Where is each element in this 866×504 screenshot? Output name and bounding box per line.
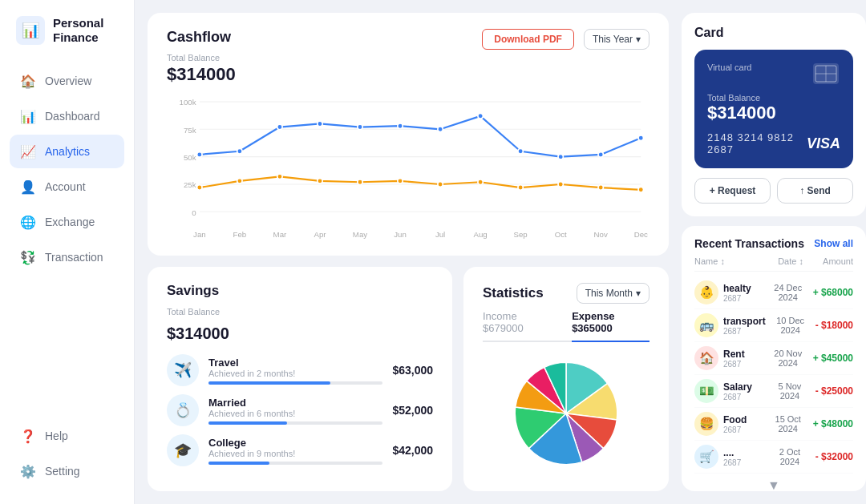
txn-name-5: .... xyxy=(723,447,764,458)
chevron-down-icon: ▾ xyxy=(636,288,641,299)
txn-id-4: 2687 xyxy=(723,425,763,434)
svg-text:Jul: Jul xyxy=(435,230,445,239)
txn-info-1: transport 2687 xyxy=(723,316,766,336)
sidebar-nav: 🏠 Overview📊 Dashboard📈 Analytics👤 Accoun… xyxy=(0,64,134,419)
txn-name-0: healty xyxy=(723,283,763,294)
svg-point-44 xyxy=(598,185,603,191)
svg-text:0: 0 xyxy=(192,208,196,217)
download-pdf-button[interactable]: Download PDF xyxy=(482,29,574,50)
sidebar-bottom: ❓ Help⚙️ Setting xyxy=(0,419,134,488)
card-brand: VISA xyxy=(807,135,840,152)
transactions-widget: Recent Transactions Show all Name ↕ Date… xyxy=(682,226,866,491)
top-row: Cashflow Download PDF This Year ▾ Total … xyxy=(148,13,669,256)
svg-point-40 xyxy=(438,182,443,187)
stats-header: Statistics This Month ▾ xyxy=(483,283,650,304)
transactions-header: Recent Transactions Show all xyxy=(694,237,853,250)
cashflow-chart: 025k50k75k100kJanFebMarAprMayJunJulAugSe… xyxy=(167,93,650,243)
txn-row-5[interactable]: 🛒 .... 2687 2 Oct 2024 - $32000 xyxy=(694,441,853,474)
svg-point-38 xyxy=(358,179,362,185)
sidebar-item-transaction[interactable]: 💱 Transaction xyxy=(10,240,124,274)
savings-progress-bar xyxy=(208,421,287,425)
savings-info-travel: Travel Achieved in 2 months! xyxy=(208,357,382,385)
sidebar-label-help: Help xyxy=(45,429,68,442)
send-button[interactable]: ↑ Send xyxy=(777,178,853,204)
sidebar-logo: 📊 PersonalFinance xyxy=(0,16,134,64)
txn-row-0[interactable]: 👶 healty 2687 24 Dec 2024 + $68000 xyxy=(694,276,853,309)
svg-point-24 xyxy=(277,124,282,130)
savings-balance: $314000 xyxy=(167,325,433,343)
show-all-link[interactable]: Show all xyxy=(814,238,853,249)
savings-icon-college: 🎓 xyxy=(167,434,199,466)
sidebar-label-setting: Setting xyxy=(45,465,80,478)
stats-tab-income-$679000[interactable]: Income $679000 xyxy=(483,310,552,341)
sidebar-item-dashboard[interactable]: 📊 Dashboard xyxy=(10,99,124,133)
savings-amount: $63,000 xyxy=(392,364,433,377)
stats-tab-expense-$365000[interactable]: Expense $365000 xyxy=(572,310,650,342)
txn-avatar-5: 🛒 xyxy=(694,445,718,469)
svg-text:May: May xyxy=(353,230,367,239)
savings-icon-travel: ✈️ xyxy=(167,354,199,386)
right-panel: Card Virtual card Total Balance $314000 … xyxy=(682,0,866,504)
txn-list: 👶 healty 2687 24 Dec 2024 + $68000 🚌 tra… xyxy=(694,276,853,474)
txn-date-5: 2 Oct 2024 xyxy=(769,447,810,466)
svg-point-28 xyxy=(438,127,443,132)
txn-id-1: 2687 xyxy=(723,327,766,336)
savings-balance-label: Total Balance xyxy=(167,307,433,317)
month-select[interactable]: This Month ▾ xyxy=(577,283,650,304)
request-button[interactable]: + Request xyxy=(694,178,771,204)
svg-text:Feb: Feb xyxy=(233,230,247,239)
sidebar-label-analytics: Analytics xyxy=(45,145,90,158)
txn-name-1: transport xyxy=(723,316,766,327)
card-balance-label: Total Balance xyxy=(707,93,840,103)
savings-info-college: College Achieved in 9 months! xyxy=(208,437,382,465)
svg-text:25k: 25k xyxy=(184,180,196,189)
sidebar-label-transaction: Transaction xyxy=(45,251,103,264)
savings-name: Married xyxy=(208,397,382,409)
cashflow-actions: Download PDF This Year ▾ xyxy=(482,29,650,50)
chip-svg xyxy=(813,63,839,84)
card-bottom: 2148 3214 9812 2687 VISA xyxy=(707,131,840,155)
svg-point-31 xyxy=(558,154,563,159)
txn-date-3: 5 Nov 2024 xyxy=(769,381,810,401)
savings-amount: $52,000 xyxy=(392,404,433,417)
txn-amount-4: + $48000 xyxy=(813,418,853,429)
svg-text:50k: 50k xyxy=(184,153,196,162)
stats-tabs: Income $679000Expense $365000 xyxy=(483,310,650,342)
svg-point-22 xyxy=(197,152,202,158)
txn-name-3: Salary xyxy=(723,381,764,393)
txn-avatar-2: 🏠 xyxy=(694,346,718,370)
account-icon: 👤 xyxy=(19,178,37,196)
savings-item-college: 🎓 College Achieved in 9 months! $42,000 xyxy=(167,434,433,466)
txn-row-3[interactable]: 💵 Salary 2687 5 Nov 2024 - $25000 xyxy=(694,375,853,408)
txn-row-4[interactable]: 🍔 Food 2687 15 Oct 2024 + $48000 xyxy=(694,408,853,441)
sidebar-item-setting[interactable]: ⚙️ Setting xyxy=(10,454,124,488)
svg-point-27 xyxy=(398,123,403,129)
sidebar: 📊 PersonalFinance 🏠 Overview📊 Dashboard📈… xyxy=(0,0,135,504)
txn-date-0: 24 Dec 2024 xyxy=(768,283,808,302)
sidebar-item-help[interactable]: ❓ Help xyxy=(10,419,124,453)
statistics-card: Statistics This Month ▾ Income $679000Ex… xyxy=(463,267,669,491)
txn-row-2[interactable]: 🏠 Rent 2687 20 Nov 2024 + $45000 xyxy=(694,342,853,375)
txn-row-1[interactable]: 🚌 transport 2687 10 Dec 2024 - $18000 xyxy=(694,309,853,342)
svg-point-37 xyxy=(318,179,322,184)
sidebar-item-account[interactable]: 👤 Account xyxy=(10,170,124,204)
savings-title: Savings xyxy=(167,283,433,299)
sidebar-item-analytics[interactable]: 📈 Analytics xyxy=(10,135,124,168)
card-widget-title: Card xyxy=(694,26,853,40)
year-select[interactable]: This Year ▾ xyxy=(584,29,650,50)
svg-text:Aug: Aug xyxy=(474,230,488,239)
savings-icon-married: 💍 xyxy=(167,394,199,426)
svg-point-30 xyxy=(518,148,523,154)
txn-id-0: 2687 xyxy=(723,294,763,303)
savings-name: Travel xyxy=(208,357,382,369)
sidebar-item-overview[interactable]: 🏠 Overview xyxy=(10,64,124,98)
savings-items: ✈️ Travel Achieved in 2 months! $63,000 … xyxy=(167,354,433,466)
sidebar-label-overview: Overview xyxy=(45,75,91,87)
help-icon: ❓ xyxy=(19,427,37,445)
txn-name-2: Rent xyxy=(723,349,763,360)
sidebar-item-exchange[interactable]: 🌐 Exchange xyxy=(10,205,124,239)
txn-amount-3: - $25000 xyxy=(815,385,853,397)
txn-more-button[interactable]: ▼ xyxy=(694,474,853,491)
card-balance: $314000 xyxy=(707,103,840,123)
txn-avatar-0: 👶 xyxy=(694,280,718,304)
